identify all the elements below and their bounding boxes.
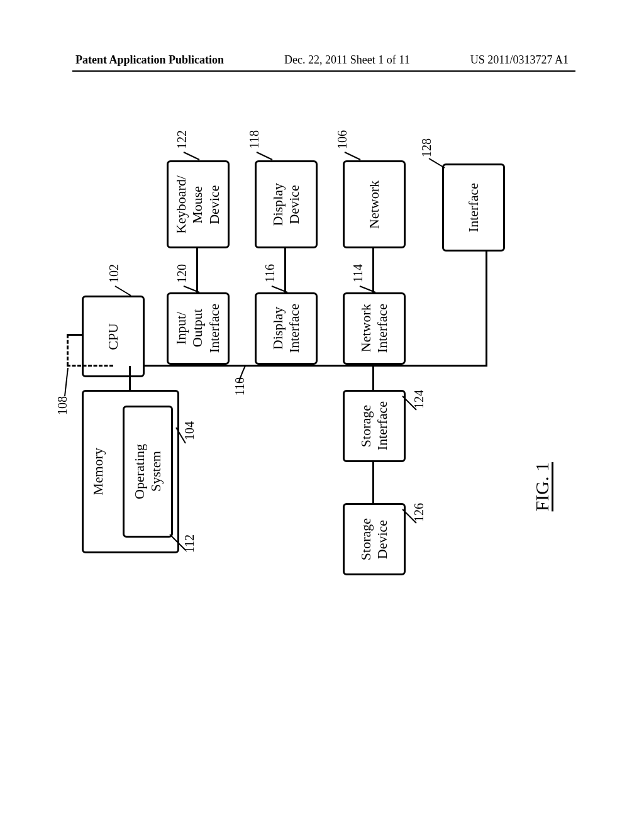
svg-line-8: [345, 152, 360, 160]
ref-106: 106: [335, 130, 350, 149]
ref-114: 114: [351, 264, 365, 282]
leader-124: [402, 396, 418, 412]
leader-126: [402, 509, 418, 525]
network-box: Network: [343, 160, 406, 248]
leader-128: [429, 158, 448, 171]
ref-118: 118: [247, 130, 262, 148]
header-left: Patent Application Publication: [75, 53, 224, 67]
svg-line-3: [170, 534, 186, 550]
ref-116: 116: [263, 264, 277, 282]
header-center: Dec. 22, 2011 Sheet 1 of 11: [284, 53, 410, 67]
net-connector: [372, 248, 374, 292]
storage-device-box: Storage Device: [343, 503, 406, 575]
storage-if-connector: [372, 366, 374, 390]
display-interface-box: Display Interface: [255, 292, 318, 365]
svg-line-11: [402, 396, 416, 410]
interface-box: Interface: [442, 163, 505, 252]
storage-interface-label: Storage Interface: [358, 401, 391, 450]
os-label: Operating System: [131, 444, 165, 499]
cpu-label: CPU: [105, 323, 121, 350]
io-interface-box: Input/ Output Interface: [167, 292, 230, 365]
svg-line-2: [176, 428, 186, 443]
leader-116: [272, 286, 291, 296]
memory-label: Memory: [90, 448, 106, 495]
svg-line-4: [184, 152, 199, 160]
leader-120: [184, 286, 203, 296]
storage-interface-box: Storage Interface: [343, 390, 406, 462]
leader-108: [62, 368, 71, 399]
os-box: Operating System: [123, 406, 173, 538]
network-interface-box: Network Interface: [343, 292, 406, 365]
figure-label: FIG. 1: [531, 462, 553, 511]
leader-102: [115, 286, 134, 299]
svg-line-10: [429, 158, 445, 168]
page-header: Patent Application Publication Dec. 22, …: [0, 53, 644, 67]
ref-120: 120: [175, 264, 189, 283]
leader-110: [239, 366, 248, 382]
header-right: US 2011/0313727 A1: [470, 53, 569, 67]
network-label: Network: [366, 180, 382, 229]
network-interface-label: Network Interface: [358, 304, 391, 353]
disp-connector: [284, 248, 286, 292]
leader-118: [257, 152, 275, 165]
keyboard-mouse-box: Keyboard/ Mouse Device: [167, 160, 230, 248]
interface-connector: [486, 252, 487, 367]
ref-122: 122: [175, 130, 189, 149]
leader-122: [184, 152, 203, 165]
bus-dashed: [67, 365, 113, 367]
leader-106: [345, 152, 364, 165]
display-device-box: Display Device: [255, 160, 318, 248]
display-device-label: Display Device: [270, 183, 303, 226]
cpu-dashed: [67, 335, 69, 366]
header-divider: [72, 70, 575, 72]
display-interface-label: Display Interface: [270, 304, 303, 353]
leader-104: [176, 428, 189, 446]
storage-device-label: Storage Device: [358, 518, 391, 560]
leader-112: [170, 534, 189, 553]
memory-connector: [129, 366, 131, 390]
figure-1-diagram: CPU 102 108 Memory Operating System 104 …: [94, 163, 547, 729]
svg-line-12: [402, 509, 416, 523]
kb-io-connector: [196, 248, 198, 292]
keyboard-mouse-label: Keyboard/ Mouse Device: [173, 175, 223, 234]
ref-128: 128: [419, 138, 434, 157]
svg-line-1: [65, 368, 68, 396]
storage-dev-connector: [372, 462, 374, 503]
ref-102: 102: [107, 264, 121, 283]
svg-line-0: [115, 286, 131, 296]
interface-label: Interface: [465, 183, 482, 232]
bus-line: [113, 365, 487, 367]
io-interface-label: Input/ Output Interface: [173, 304, 223, 353]
leader-114: [360, 286, 379, 296]
svg-line-6: [257, 152, 272, 160]
cpu-connector: [67, 334, 82, 336]
